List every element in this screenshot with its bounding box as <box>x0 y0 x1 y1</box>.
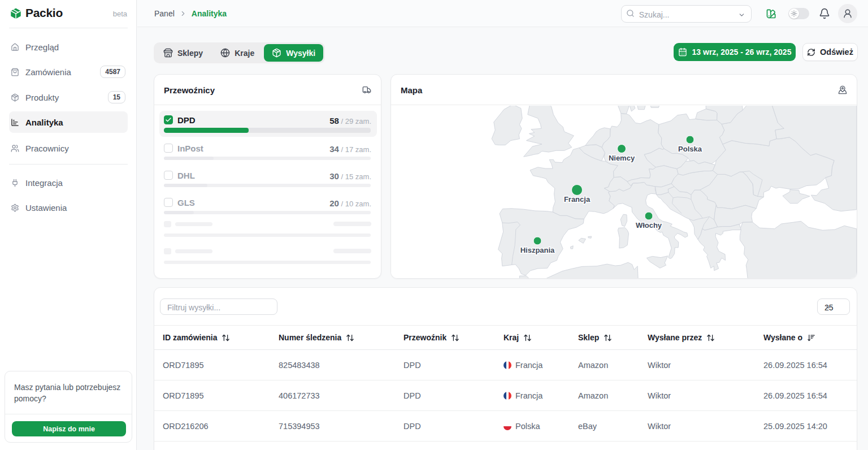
svg-text:Francja: Francja <box>564 195 591 204</box>
svg-text:Hiszpania: Hiszpania <box>520 246 555 254</box>
svg-text:Polska: Polska <box>678 145 702 153</box>
svg-text:Niemcy: Niemcy <box>609 154 635 162</box>
svg-text:Włochy: Włochy <box>636 221 662 230</box>
